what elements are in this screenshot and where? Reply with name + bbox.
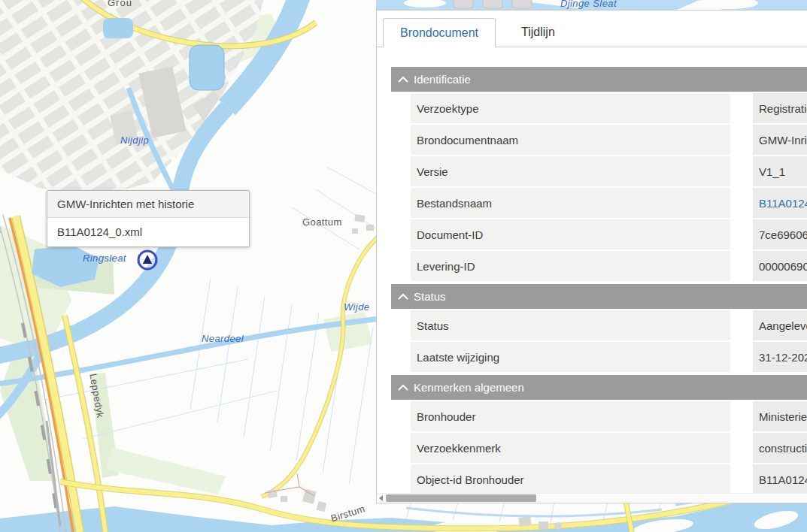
chevron-up-icon	[398, 76, 408, 83]
field-value: Aangeleve	[753, 310, 807, 340]
field-label: Laatste wijziging	[411, 342, 730, 372]
horizontal-scrollbar[interactable]	[377, 493, 807, 503]
field-label: Document-ID	[411, 219, 730, 249]
field-value: 31-12-202	[753, 342, 807, 372]
tab-bar: Brondocument Tijdlijn	[377, 11, 807, 47]
section-header-status[interactable]: Status	[391, 284, 807, 309]
field-value: Ministerie	[753, 401, 807, 431]
field-label: Levering-ID	[411, 251, 730, 281]
field-label: Bestandsnaam	[411, 188, 730, 218]
popup-document-item[interactable]: B11A0124_0.xml	[47, 218, 249, 246]
map-label-ringsleat: Ringsleat	[83, 252, 126, 264]
map-marker[interactable]	[136, 249, 159, 271]
table-row: Bestandsnaam B11A0124	[411, 188, 807, 218]
table-row: Object-id Bronhouder B11A0124	[411, 464, 807, 494]
panel-content: Identificatie Verzoektype Registratie Br…	[377, 47, 807, 494]
field-label: Verzoekkenmerk	[411, 433, 730, 463]
table-row: Document-ID 7ce69606e	[411, 219, 807, 249]
scrollbar-thumb[interactable]	[386, 494, 536, 502]
table-row: Laatste wijziging 31-12-202	[411, 342, 807, 372]
scroll-left-arrow-icon[interactable]	[379, 495, 383, 501]
file-link[interactable]: B11A0124	[753, 188, 807, 218]
field-label: Brondocumentnaam	[411, 125, 730, 155]
table-row: Brondocumentnaam GMW-Inric	[411, 125, 807, 155]
field-label: Versie	[411, 156, 730, 186]
field-value: B11A0124	[753, 464, 807, 494]
section-title: Status	[414, 290, 446, 303]
table-row: Versie V1_1	[411, 156, 807, 186]
table-row: Status Aangeleve	[411, 310, 807, 340]
section-header-identificatie[interactable]: Identificatie	[391, 67, 807, 92]
map-label-neardeel: Neardeel	[202, 333, 244, 344]
circled-triangle-marker-icon	[136, 249, 159, 271]
table-row: Verzoekkenmerk constructi	[411, 433, 807, 463]
map-label-nijdjip: Nijdjip	[120, 135, 149, 146]
field-value: constructi	[753, 433, 807, 463]
field-label: Verzoektype	[411, 93, 730, 123]
popup-title: GMW-Inrichten met historie	[47, 191, 249, 218]
tab-tijdlijn[interactable]: Tijdlijn	[505, 18, 572, 47]
field-label: Object-id Bronhouder	[411, 464, 730, 494]
table-row: Bronhouder Ministerie	[411, 401, 807, 431]
field-value: 7ce69606e	[753, 219, 807, 249]
table-row: Levering-ID 00000690	[411, 251, 807, 281]
tab-brondocument[interactable]: Brondocument	[383, 18, 496, 47]
field-value: GMW-Inric	[753, 125, 807, 155]
field-label: Status	[411, 310, 730, 340]
chevron-up-icon	[398, 384, 408, 391]
section-title: Kenmerken algemeen	[414, 381, 524, 394]
map-label-djinge-sleat: Djinge Sleat	[560, 0, 617, 9]
table-row: Verzoektype Registratie	[411, 93, 807, 123]
field-label: Bronhouder	[411, 401, 730, 431]
map-label-wijde: Wijde	[344, 301, 369, 313]
map-label-grou: Grou	[108, 0, 132, 8]
section-title: Identificatie	[414, 73, 471, 86]
section-header-kenmerken-algemeen[interactable]: Kenmerken algemeen	[391, 375, 807, 400]
field-value: Registratie	[753, 93, 807, 123]
map-popup: GMW-Inrichten met historie B11A0124_0.xm…	[47, 190, 250, 247]
field-value: V1_1	[753, 156, 807, 186]
chevron-up-icon	[398, 293, 408, 300]
map-poi-buttons	[454, 0, 532, 8]
detail-panel: Brondocument Tijdlijn Identificatie Verz…	[376, 10, 807, 503]
field-value: 00000690	[753, 251, 807, 281]
map-label-goattum: Goattum	[302, 216, 342, 228]
